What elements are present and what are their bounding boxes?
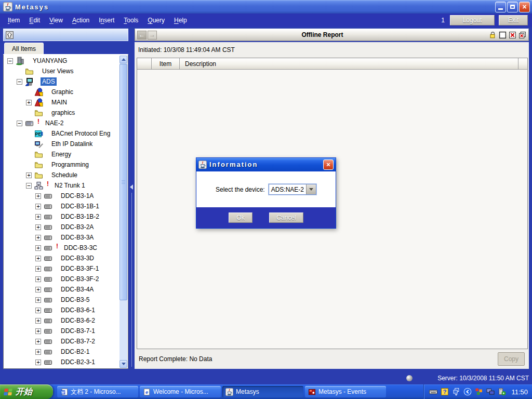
expand-icon[interactable]: +	[35, 360, 41, 365]
tree-item-ddc-b3-3c[interactable]: +!DDC-B3-3C	[4, 243, 119, 253]
tree-item-ddc-b3-4a[interactable]: +DDC-B3-4A	[4, 284, 119, 295]
expand-icon[interactable]: +	[35, 349, 41, 355]
tree-item-ddc-b3-2a[interactable]: +DDC-B3-2A	[4, 222, 119, 232]
copy-button[interactable]: Copy	[498, 352, 525, 366]
tree-item-ddc-b3-1b-1[interactable]: +DDC-B3-1B-1	[4, 201, 119, 211]
tree-item-ddc-b3-6-1[interactable]: +DDC-B3-6-1	[4, 305, 119, 315]
tree-item-bacnet-protocol-eng[interactable]: PEBACnet Protocol Eng	[4, 128, 119, 139]
expand-icon[interactable]: +	[35, 328, 41, 334]
tree-item-ads[interactable]: −ADS	[4, 76, 119, 87]
expand-icon[interactable]: +	[35, 276, 41, 282]
blocks-icon[interactable]	[475, 388, 483, 396]
tree-item-graphic[interactable]: Graphic	[4, 87, 119, 97]
menu-query[interactable]: Query	[143, 15, 169, 25]
expand-icon[interactable]: +	[35, 308, 41, 313]
taskbar-button-metasys[interactable]: Metasys	[222, 386, 303, 397]
keyboard-icon[interactable]	[429, 388, 437, 396]
expand-icon[interactable]: +	[35, 266, 41, 272]
padlock-icon[interactable]	[489, 31, 497, 39]
collapse-icon[interactable]: −	[17, 79, 22, 85]
tree-item-ddc-b3-1a[interactable]: +DDC-B3-1A	[4, 191, 119, 201]
column-header-blank[interactable]	[137, 58, 152, 70]
expand-icon[interactable]: +	[35, 256, 41, 261]
restore-button[interactable]	[507, 2, 518, 12]
tree-item-ddc-b3-6-2[interactable]: +DDC-B3-6-2	[4, 315, 119, 326]
tree-item-ddc-b2-1[interactable]: +DDC-B2-1	[4, 347, 119, 357]
tree-item-ddc-b3-1b-2[interactable]: +DDC-B3-1B-2	[4, 211, 119, 222]
column-header-description[interactable]: Description	[180, 58, 518, 70]
tree-item-energy[interactable]: Energy	[4, 149, 119, 159]
close-icon[interactable]	[509, 31, 516, 39]
collapse-icon[interactable]: −	[17, 121, 22, 126]
close-all-icon[interactable]	[518, 31, 526, 39]
menu-action[interactable]: Action	[68, 15, 94, 25]
expand-icon[interactable]: +	[35, 245, 41, 251]
menu-tools[interactable]: Tools	[119, 15, 143, 25]
tree-item-graphics[interactable]: graphics	[4, 108, 119, 118]
tree-item-programming[interactable]: Programming	[4, 159, 119, 170]
language-bar-icon[interactable]	[452, 388, 460, 396]
help-icon[interactable]: ?	[441, 388, 449, 396]
tree-item-schedule[interactable]: +Schedule	[4, 170, 119, 180]
taskbar-button--2-microso-[interactable]: W文档 2 - Microso...	[57, 386, 138, 397]
safely-remove-icon[interactable]	[498, 388, 506, 396]
taskbar-button-welcome-micros-[interactable]: eWelcome - Micros...	[140, 386, 221, 397]
expand-icon[interactable]: +	[35, 214, 41, 220]
expand-icon[interactable]: +	[35, 204, 41, 209]
tree-item-ddc-b3-3f-1[interactable]: +DDC-B3-3F-1	[4, 263, 119, 274]
expand-icon[interactable]: +	[35, 287, 41, 292]
tree-item-user-views[interactable]: User Views	[4, 66, 119, 76]
tree-item-main[interactable]: +MAIN	[4, 97, 119, 108]
logout-button[interactable]: Logout	[450, 15, 495, 25]
scroll-thumb[interactable]	[119, 64, 127, 300]
expand-icon[interactable]: +	[35, 297, 41, 303]
expand-icon[interactable]: +	[35, 235, 41, 241]
menu-view[interactable]: View	[45, 15, 68, 25]
forward-button[interactable]: →	[148, 31, 157, 39]
expand-icon[interactable]: +	[35, 193, 41, 199]
tree-item-ddc-b3-3f-2[interactable]: +DDC-B3-3F-2	[4, 274, 119, 284]
menu-edit[interactable]: Edit	[24, 15, 45, 25]
tree-item-n2-trunk-1[interactable]: −!N2 Trunk 1	[4, 180, 119, 191]
tree-item-nae-2[interactable]: −!NAE-2	[4, 118, 119, 128]
collapse-pane-icon[interactable]	[130, 184, 133, 190]
network-icon[interactable]	[486, 388, 495, 396]
expand-icon[interactable]: +	[35, 339, 41, 344]
tree-scrollbar[interactable]	[119, 56, 127, 368]
expand-icon[interactable]: +	[26, 100, 32, 105]
cancel-button[interactable]: Cancel	[269, 212, 303, 223]
menu-insert[interactable]: Insert	[94, 15, 119, 25]
tree-item-ddc-b3-7-2[interactable]: +DDC-B3-7-2	[4, 336, 119, 347]
tree-item-eth-ip-datalink[interactable]: Eth IP Datalink	[4, 139, 119, 149]
up-level-icon[interactable]	[5, 31, 14, 39]
start-button[interactable]: 开始	[0, 384, 53, 399]
collapse-icon[interactable]: −	[26, 183, 32, 189]
scroll-down-icon[interactable]	[119, 360, 127, 368]
expand-icon[interactable]: +	[35, 318, 41, 324]
tab-all-items[interactable]: All Items	[4, 43, 44, 54]
tree-item-ddc-b3-5[interactable]: +DDC-B3-5	[4, 295, 119, 305]
hide-tray-chevron-icon[interactable]	[463, 388, 472, 396]
tree-item-ddc-b3-7-1[interactable]: +DDC-B3-7-1	[4, 326, 119, 336]
ok-button[interactable]: Ok	[229, 212, 252, 223]
tree-item-ddc-b3-3a[interactable]: +DDC-B3-3A	[4, 232, 119, 243]
menu-help[interactable]: Help	[169, 15, 192, 25]
tree-item-ddc-b3-3d[interactable]: +DDC-B3-3D	[4, 253, 119, 263]
taskbar-button-metasys-events[interactable]: Metasys - Events	[305, 386, 386, 397]
minimize-button[interactable]	[495, 2, 506, 12]
dropdown-arrow-icon[interactable]	[306, 184, 316, 194]
tree-item-yuanyang[interactable]: −YUANYANG	[4, 56, 119, 66]
device-dropdown[interactable]: ADS:NAE-2	[269, 184, 316, 195]
dialog-close-button[interactable]: ×	[323, 159, 334, 170]
close-button[interactable]: ×	[519, 2, 530, 12]
back-button[interactable]: ←	[137, 31, 147, 39]
expand-icon[interactable]: +	[26, 172, 32, 178]
menu-item[interactable]: Item	[3, 15, 24, 25]
collapse-icon[interactable]: −	[7, 58, 13, 64]
maximize-icon[interactable]	[499, 31, 507, 39]
expand-icon[interactable]: +	[35, 224, 41, 230]
tree-item-ddc-b2-3-1[interactable]: +DDC-B2-3-1	[4, 357, 119, 367]
scroll-up-icon[interactable]	[119, 56, 127, 63]
clock[interactable]: 11:50	[511, 388, 528, 396]
column-header-item[interactable]: Item	[152, 58, 180, 70]
